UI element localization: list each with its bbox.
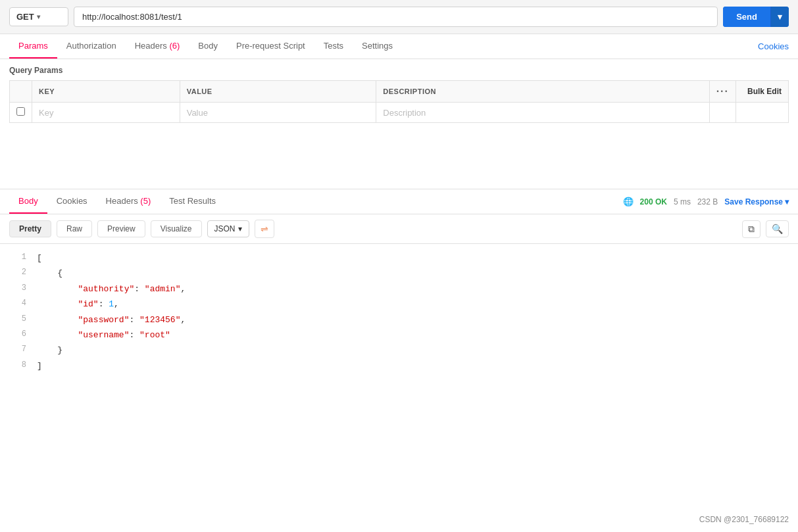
wrap-icon: ⇌ xyxy=(261,224,268,234)
tab-tests[interactable]: Tests xyxy=(314,34,353,59)
row-checkbox-input[interactable] xyxy=(16,107,25,116)
search-button[interactable]: 🔍 xyxy=(766,220,789,237)
top-bar: GET ▾ Send ▾ xyxy=(0,0,798,34)
json-line-6: 6 "username": "root" xyxy=(0,327,798,343)
tab-authorization[interactable]: Authorization xyxy=(57,34,126,59)
method-label: GET xyxy=(16,12,34,22)
chevron-down-icon: ▾ xyxy=(37,13,40,20)
query-params-section: Query Params KEY VALUE DESCRIPTION ··· B… xyxy=(0,59,798,123)
more-icon: ··· xyxy=(716,85,729,97)
view-visualize-button[interactable]: Visualize xyxy=(151,220,202,237)
response-tab-test-results[interactable]: Test Results xyxy=(160,189,225,214)
json-line-8: 8 ] xyxy=(0,358,798,374)
tab-settings[interactable]: Settings xyxy=(353,34,402,59)
params-checkbox-col xyxy=(10,81,32,103)
params-value-header: VALUE xyxy=(180,81,376,103)
json-line-2: 2 { xyxy=(0,266,798,281)
view-raw-button[interactable]: Raw xyxy=(57,220,92,237)
params-desc-header: DESCRIPTION xyxy=(376,81,709,103)
json-line-3: 3 "authority": "admin", xyxy=(0,281,798,297)
tab-params[interactable]: Params xyxy=(9,34,57,59)
url-input[interactable] xyxy=(74,7,718,27)
format-bar: Pretty Raw Preview Visualize JSON ▾ ⇌ ⧉ … xyxy=(0,214,798,244)
query-params-label: Query Params xyxy=(9,66,789,75)
empty-space xyxy=(0,123,798,189)
cookies-link[interactable]: Cookies xyxy=(758,41,789,51)
send-button[interactable]: Send ▾ xyxy=(723,7,789,27)
json-line-1: 1 [ xyxy=(0,251,798,266)
params-table: KEY VALUE DESCRIPTION ··· Bulk Edit Key … xyxy=(9,80,789,123)
table-row: Key Value Description xyxy=(10,103,789,123)
row-bulk-col xyxy=(736,103,789,123)
json-line-5: 5 "password": "123456", xyxy=(0,312,798,327)
row-more-col xyxy=(709,103,736,123)
response-section: Body Cookies Headers (5) Test Results 🌐 … xyxy=(0,189,798,380)
send-dropdown-arrow[interactable]: ▾ xyxy=(770,7,789,27)
response-tab-cookies[interactable]: Cookies xyxy=(47,189,97,214)
request-tab-bar: Params Authorization Headers (6) Body Pr… xyxy=(0,34,798,59)
view-pretty-button[interactable]: Pretty xyxy=(9,220,51,237)
params-key-header: KEY xyxy=(32,81,180,103)
response-tab-body[interactable]: Body xyxy=(9,189,47,214)
row-value-cell[interactable]: Value xyxy=(180,103,376,123)
tab-headers[interactable]: Headers (6) xyxy=(126,34,189,59)
status-size: 232 B xyxy=(697,197,718,206)
view-preview-button[interactable]: Preview xyxy=(97,220,145,237)
row-checkbox[interactable] xyxy=(10,103,32,123)
tab-body[interactable]: Body xyxy=(189,34,227,59)
globe-icon: 🌐 xyxy=(623,197,634,206)
tab-pre-request[interactable]: Pre-request Script xyxy=(227,34,314,59)
row-desc-cell[interactable]: Description xyxy=(376,103,709,123)
send-label: Send xyxy=(723,7,770,27)
save-response-label: Save Response xyxy=(724,197,783,206)
json-line-4: 4 "id": 1, xyxy=(0,297,798,312)
bulk-edit-button[interactable]: Bulk Edit xyxy=(747,87,782,96)
save-response-button[interactable]: Save Response ▾ xyxy=(724,197,789,206)
method-select[interactable]: GET ▾ xyxy=(9,7,68,26)
format-label: JSON xyxy=(214,224,236,233)
format-chevron: ▾ xyxy=(238,224,242,233)
status-time: 5 ms xyxy=(674,197,691,206)
status-code: 200 OK xyxy=(640,197,667,206)
params-more-col[interactable]: ··· xyxy=(709,81,736,103)
copy-button[interactable]: ⧉ xyxy=(742,220,761,238)
format-select[interactable]: JSON ▾ xyxy=(207,220,249,237)
row-key-cell[interactable]: Key xyxy=(32,103,180,123)
wrap-icon-button[interactable]: ⇌ xyxy=(255,220,274,238)
response-tab-headers[interactable]: Headers (5) xyxy=(97,189,161,214)
json-line-7: 7 } xyxy=(0,343,798,358)
params-bulk-edit-col: Bulk Edit xyxy=(736,81,789,103)
response-tab-bar: Body Cookies Headers (5) Test Results 🌐 … xyxy=(0,189,798,214)
format-bar-right: ⧉ 🔍 xyxy=(742,220,789,238)
save-response-chevron: ▾ xyxy=(785,197,789,206)
response-status-bar: 🌐 200 OK 5 ms 232 B Save Response ▾ xyxy=(623,197,789,206)
json-viewer: 1 [ 2 { 3 "authority": "admin", 4 "id": … xyxy=(0,244,798,380)
